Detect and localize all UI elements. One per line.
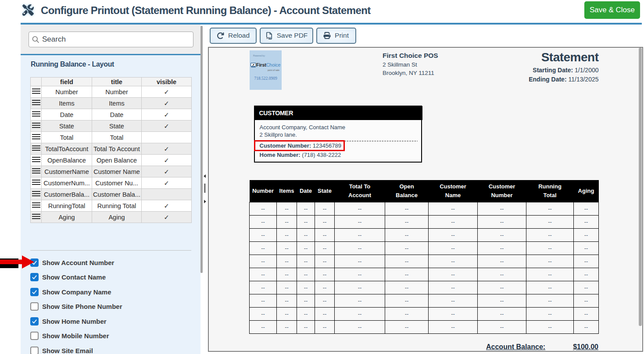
svg-text:PDF: PDF: [266, 37, 271, 39]
